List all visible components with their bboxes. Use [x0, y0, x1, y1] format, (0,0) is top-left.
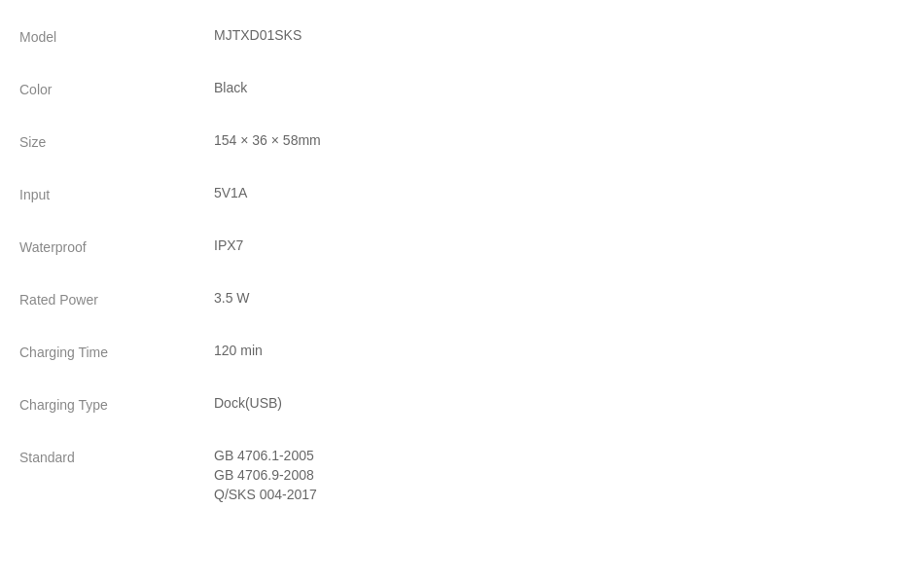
spec-row-charging-time: Charging Time120 min — [19, 325, 661, 378]
spec-value-size: 154 × 36 × 58mm — [214, 132, 661, 148]
spec-label-standard: Standard — [19, 448, 214, 465]
spec-value-line: GB 4706.1-2005 — [214, 448, 661, 463]
spec-label-charging-type: Charging Type — [19, 395, 214, 413]
spec-row-input: Input5V1A — [19, 167, 661, 220]
spec-value-line: GB 4706.9-2008 — [214, 467, 661, 483]
spec-value-color: Black — [214, 80, 661, 95]
spec-label-color: Color — [19, 80, 214, 97]
spec-label-waterproof: Waterproof — [19, 237, 214, 255]
spec-value-standard: GB 4706.1-2005GB 4706.9-2008Q/SKS 004-20… — [214, 448, 661, 502]
spec-label-input: Input — [19, 185, 214, 202]
spec-label-rated-power: Rated Power — [19, 290, 214, 308]
spec-row-charging-type: Charging TypeDock(USB) — [19, 378, 661, 430]
spec-label-charging-time: Charging Time — [19, 343, 214, 360]
spec-value-rated-power: 3.5 W — [214, 290, 661, 306]
spec-value-model: MJTXD01SKS — [214, 27, 661, 43]
spec-value-waterproof: IPX7 — [214, 237, 661, 253]
spec-row-waterproof: WaterproofIPX7 — [19, 220, 661, 272]
spec-value-charging-type: Dock(USB) — [214, 395, 661, 411]
spec-label-model: Model — [19, 27, 214, 45]
spec-row-rated-power: Rated Power3.5 W — [19, 272, 661, 325]
spec-row-model: ModelMJTXD01SKS — [19, 10, 661, 62]
spec-value-input: 5V1A — [214, 185, 661, 200]
specs-container: ModelMJTXD01SKSColorBlackSize154 × 36 × … — [0, 0, 681, 529]
spec-value-charging-time: 120 min — [214, 343, 661, 358]
spec-row-standard: StandardGB 4706.1-2005GB 4706.9-2008Q/SK… — [19, 430, 661, 520]
spec-row-color: ColorBlack — [19, 62, 661, 115]
spec-value-line: Q/SKS 004-2017 — [214, 487, 661, 502]
spec-row-size: Size154 × 36 × 58mm — [19, 115, 661, 167]
spec-label-size: Size — [19, 132, 214, 150]
